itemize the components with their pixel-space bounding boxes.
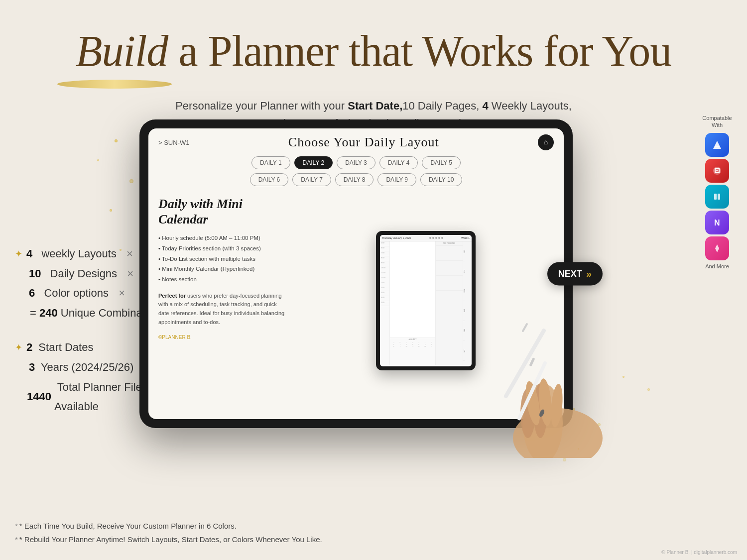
mini-dot-5 (441, 237, 443, 239)
mini-dots (429, 237, 443, 239)
layout-feature-list: Hourly schedule (5:00 AM – 11:00 PM) Tod… (158, 233, 288, 284)
time-slot-700: 7:00 (380, 251, 389, 256)
time-slot-1600: 4:00 (380, 296, 389, 301)
mini-time-column: 5:00 6:00 7:00 8:00 9:00 10:00 11:00 12:… (380, 241, 390, 365)
asterisk-2: * (15, 535, 18, 544)
time-slot-1300: 1:00 (380, 281, 389, 286)
svg-rect-15 (714, 194, 717, 200)
app-icon-pens (705, 236, 729, 260)
daily-btn-1[interactable]: DAILY 1 (251, 156, 290, 169)
next-label: NEXT (558, 269, 582, 279)
gold-accent-decoration (57, 80, 172, 89)
sparkle-icon-2: ✦ (15, 339, 22, 355)
tablet-header: > SUN-W1 Choose Your Daily Layout ⌂ (148, 128, 564, 154)
home-button[interactable]: ⌂ (538, 134, 554, 150)
asterisk-1: * (15, 522, 18, 530)
compatible-title: Compatable With (697, 114, 737, 129)
time-slot-600: 6:00 (380, 246, 389, 251)
time-slot-800: 8:00 (380, 256, 389, 261)
daily-btn-5[interactable]: DAILY 5 (422, 156, 461, 169)
compatible-sidebar: Compatable With N And More (697, 114, 737, 269)
layout-title: Daily with Mini Calendar (158, 196, 288, 227)
daily-btn-4[interactable]: DAILY 4 (379, 156, 418, 169)
daily-buttons-row1: DAILY 1 DAILY 2 DAILY 3 DAILY 4 DAILY 5 (148, 154, 564, 171)
next-chevrons-icon: » (586, 268, 592, 280)
feature-item-5: Notes section (158, 274, 288, 285)
bottom-note-1: ** Each Time You Build, Receive Your Cus… (15, 519, 322, 533)
tablet-nav: > SUN-W1 (158, 139, 189, 146)
svg-rect-11 (529, 357, 535, 366)
time-slot-900: 9:00 (380, 261, 389, 266)
mini-dot-4 (438, 237, 440, 239)
time-slot-1000: 10:00 (380, 266, 389, 271)
left-description-panel: Daily with Mini Calendar Hourly schedule… (158, 196, 288, 405)
app-icon-notability: N (705, 211, 729, 234)
daily-btn-3[interactable]: DAILY 3 (337, 156, 375, 169)
daily-btn-7[interactable]: DAILY 7 (292, 173, 331, 186)
mini-screen-header: Thursday January 1, 2026 Week 1 (380, 235, 472, 241)
feature-item-3: To-Do List section with multiple tasks (158, 254, 288, 264)
time-slot-1100: 11:00 (380, 271, 389, 276)
mini-dot-1 (429, 237, 431, 239)
feature-item-2: Today Priorities section (with 3 spaces) (158, 243, 288, 254)
tablet-title: Choose Your Daily Layout (189, 135, 538, 150)
app-icon-goodnotes (705, 133, 729, 157)
hand-stylus-illustration (423, 299, 613, 458)
daily-btn-9[interactable]: DAILY 9 (377, 173, 416, 186)
mini-dot-3 (435, 237, 437, 239)
next-button[interactable]: NEXT » (547, 262, 603, 286)
footer-watermark: © Planner B. | digitalplannerb.com (661, 550, 737, 555)
time-slot-1500: 3:00 (380, 291, 389, 296)
planner-logo: ©PLANNER B. (158, 335, 288, 340)
subtitle-line1: Personalize your Planner with your Start… (175, 100, 572, 112)
daily-buttons-row2: DAILY 6 DAILY 7 DAILY 8 DAILY 9 DAILY 10 (148, 171, 564, 188)
feature-item-1: Hourly schedule (5:00 AM – 11:00 PM) (158, 233, 288, 243)
time-slot-1200: 12:00 (380, 276, 389, 281)
daily-btn-10[interactable]: DAILY 10 (420, 173, 462, 186)
mini-week: Week 1 (461, 236, 470, 239)
month-label-feb: FEB (463, 261, 465, 281)
sparkle-icon-1: ✦ (15, 246, 22, 262)
bottom-note-2: ** Rebuild Your Planner Anytime! Switch … (15, 533, 322, 546)
tablet-device: > SUN-W1 Choose Your Daily Layout ⌂ DAIL… (139, 119, 573, 428)
daily-btn-6[interactable]: DAILY 6 (250, 173, 289, 186)
bottom-notes: ** Each Time You Build, Receive Your Cus… (15, 519, 322, 546)
svg-rect-1 (521, 323, 528, 332)
mini-date: Thursday January 1, 2026 (382, 236, 411, 239)
mini-dot-2 (432, 237, 434, 239)
daily-btn-8[interactable]: DAILY 8 (335, 173, 374, 186)
and-more-label: And More (697, 263, 737, 269)
time-slot-1400: 2:00 (380, 286, 389, 291)
layout-description: Perfect for users who prefer day-focused… (158, 292, 288, 327)
month-label-mar: MAR (463, 281, 465, 301)
svg-text:N: N (714, 219, 720, 227)
svg-rect-16 (718, 194, 720, 200)
app-icon-noteshelf (705, 159, 729, 183)
daily-btn-2[interactable]: DAILY 2 (294, 156, 333, 169)
time-slot-1700: 5:00 (380, 301, 389, 306)
month-label-jan: JAN (463, 241, 465, 261)
time-slot-500: 5:00 (380, 241, 389, 246)
app-icon-flexcil (705, 185, 729, 209)
svg-rect-13 (715, 146, 720, 147)
feature-item-4: Mini Monthly Calendar (Hyperlinked) (158, 264, 288, 274)
main-headline: Build a Planner that Works for You (0, 27, 747, 76)
